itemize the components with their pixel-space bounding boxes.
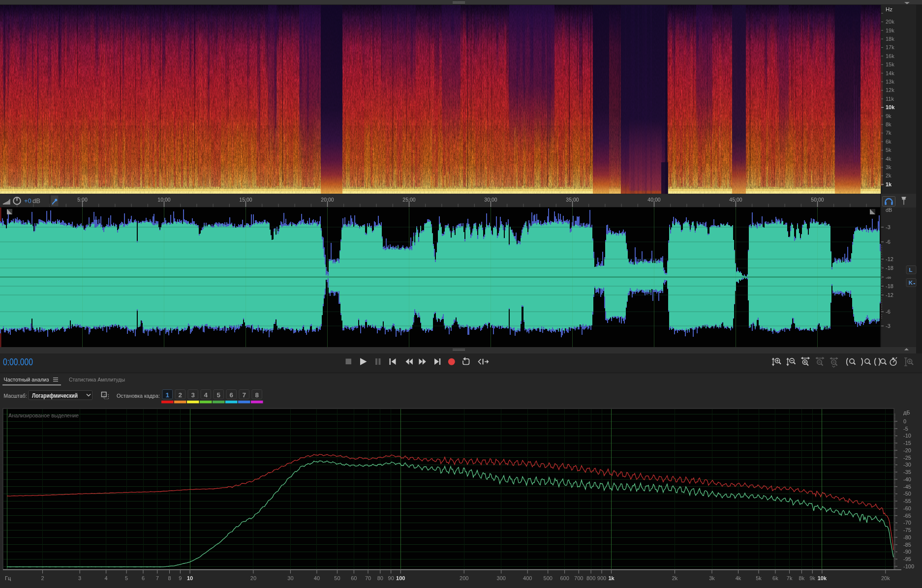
svg-text:дБ: дБ	[903, 410, 910, 415]
svg-text:-∞: -∞	[886, 274, 891, 280]
svg-text:Остановка кадра:: Остановка кадра:	[117, 393, 160, 399]
svg-text:90: 90	[388, 575, 394, 581]
svg-text:0:00.000: 0:00.000	[3, 356, 33, 367]
svg-text:20:00: 20:00	[321, 197, 334, 203]
svg-text:-25: -25	[903, 455, 911, 461]
svg-text:4k: 4k	[886, 156, 891, 162]
svg-text:-20: -20	[903, 447, 911, 453]
svg-text:-90: -90	[903, 549, 911, 555]
svg-text:45:00: 45:00	[729, 197, 742, 203]
svg-text:20k: 20k	[881, 575, 890, 581]
svg-text:9k: 9k	[809, 575, 815, 581]
svg-text:+0: +0	[24, 197, 31, 205]
svg-text:5: 5	[125, 575, 128, 581]
svg-text:11k: 11k	[886, 96, 894, 102]
svg-text:15k: 15k	[886, 61, 894, 67]
svg-text:1k: 1k	[608, 575, 615, 581]
svg-text:-80: -80	[903, 534, 911, 540]
svg-text:6k: 6k	[886, 139, 891, 145]
svg-text:40:00: 40:00	[647, 197, 660, 203]
svg-text:0: 0	[903, 418, 906, 424]
svg-text:19k: 19k	[886, 28, 894, 33]
svg-text:-18: -18	[886, 265, 893, 271]
svg-text:40: 40	[314, 575, 320, 581]
svg-text:L: L	[909, 267, 912, 273]
svg-text:80: 80	[377, 575, 383, 581]
svg-text:100: 100	[396, 575, 405, 581]
svg-text:5k: 5k	[756, 575, 762, 581]
svg-text:3k: 3k	[709, 575, 715, 581]
svg-text:10k: 10k	[886, 104, 895, 110]
svg-text:8: 8	[255, 391, 259, 399]
svg-text:10: 10	[187, 575, 193, 581]
svg-text:35:00: 35:00	[566, 197, 579, 203]
svg-text:8k: 8k	[886, 121, 891, 127]
svg-text:5k: 5k	[886, 147, 891, 153]
svg-text:8k: 8k	[799, 575, 805, 581]
svg-text:20k: 20k	[886, 19, 894, 25]
svg-text:-40: -40	[903, 476, 911, 482]
svg-text:3: 3	[191, 391, 195, 399]
svg-text:70: 70	[365, 575, 371, 581]
svg-text:Логарифмический: Логарифмический	[32, 392, 78, 399]
svg-text:Масштаб:: Масштаб:	[4, 393, 27, 399]
svg-text:3k: 3k	[886, 164, 891, 170]
svg-text:Статистика Амплитуды: Статистика Амплитуды	[69, 377, 125, 382]
svg-text:-30: -30	[903, 462, 911, 468]
svg-text:K: K	[909, 280, 913, 286]
svg-text:200: 200	[460, 575, 468, 581]
svg-text:18k: 18k	[886, 36, 894, 42]
svg-text:6: 6	[142, 575, 145, 581]
svg-text:-5: -5	[903, 426, 908, 432]
svg-text:300: 300	[497, 575, 506, 581]
svg-text:8: 8	[168, 575, 171, 581]
svg-text:5: 5	[216, 391, 220, 399]
svg-text:7: 7	[242, 391, 246, 399]
svg-text:-75: -75	[903, 527, 911, 533]
svg-text:900: 900	[597, 575, 606, 581]
svg-text:7k: 7k	[886, 130, 891, 136]
svg-text:13k: 13k	[886, 79, 894, 85]
svg-text:-50: -50	[903, 491, 911, 497]
svg-text:16k: 16k	[886, 53, 894, 59]
svg-text:Hz: Hz	[886, 6, 892, 12]
svg-text:30:00: 30:00	[484, 197, 497, 203]
svg-text:2: 2	[178, 391, 182, 399]
svg-text:dB: dB	[886, 207, 892, 213]
svg-text:6k: 6k	[772, 575, 778, 581]
svg-text:20: 20	[250, 575, 256, 581]
svg-text:-3: -3	[886, 323, 891, 329]
svg-text:1: 1	[165, 391, 169, 399]
svg-text:-18: -18	[886, 283, 893, 289]
svg-text:12k: 12k	[886, 87, 894, 93]
svg-text:2k: 2k	[672, 575, 678, 581]
svg-text:-85: -85	[903, 542, 911, 548]
svg-text:50: 50	[334, 575, 340, 581]
svg-text:9: 9	[179, 575, 182, 581]
svg-text:5:00: 5:00	[77, 197, 88, 203]
svg-text:-3: -3	[886, 224, 891, 230]
svg-text:1k: 1k	[886, 181, 892, 187]
svg-text:-35: -35	[903, 469, 911, 475]
svg-text:15:00: 15:00	[239, 197, 252, 203]
svg-text:60: 60	[351, 575, 357, 581]
svg-text:-6: -6	[886, 309, 891, 315]
svg-text:6: 6	[229, 391, 233, 399]
svg-text:400: 400	[523, 575, 532, 581]
svg-text:30: 30	[287, 575, 293, 581]
svg-text:9k: 9k	[886, 113, 891, 119]
svg-text:25:00: 25:00	[402, 197, 415, 203]
svg-text:2k: 2k	[886, 173, 891, 178]
svg-text:dB: dB	[32, 197, 40, 205]
svg-text:-100: -100	[903, 563, 914, 569]
svg-text:800: 800	[586, 575, 595, 581]
svg-text:17k: 17k	[886, 44, 894, 50]
svg-text:7: 7	[156, 575, 159, 581]
svg-text:-95: -95	[903, 556, 911, 562]
svg-text:-55: -55	[903, 498, 911, 504]
svg-text:Анализированое выделение: Анализированое выделение	[8, 412, 79, 418]
svg-text:-10: -10	[903, 433, 911, 439]
svg-text:-70: -70	[903, 520, 911, 526]
svg-text:500: 500	[544, 575, 553, 581]
svg-text:Частотный анализ: Частотный анализ	[4, 377, 49, 382]
